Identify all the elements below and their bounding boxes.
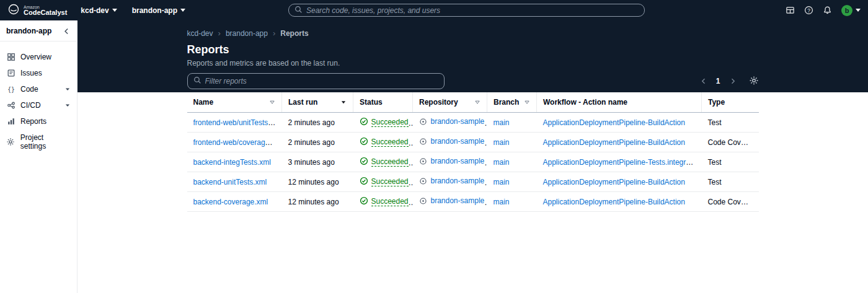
sidebar-divider: [0, 41, 77, 42]
space-menu-label: kcd-dev: [81, 6, 108, 15]
branch-link[interactable]: main: [494, 158, 510, 167]
sidebar-item-overview[interactable]: Overview: [0, 49, 77, 65]
table-row: backend-unitTests.xml 12 minutes ago Suc…: [187, 172, 759, 192]
status-badge[interactable]: Succeeded: [371, 118, 409, 127]
table-settings-gear-icon[interactable]: [749, 76, 759, 87]
cell-status: Succeeded: [353, 133, 413, 152]
breadcrumb-space-link[interactable]: kcd-dev: [187, 29, 213, 38]
cell-status: Succeeded: [353, 113, 413, 133]
svg-text:?: ?: [807, 7, 810, 14]
column-header-repository[interactable]: Repository: [413, 92, 487, 113]
repository-link[interactable]: brandon-sample: [431, 137, 485, 146]
user-menu[interactable]: b: [841, 5, 861, 16]
cell-repository: brandon-sample: [413, 133, 487, 152]
topbar: Amazon CodeCatalyst kcd-dev brandon-app …: [0, 0, 868, 20]
filter-reports-input[interactable]: [205, 77, 438, 85]
repository-link[interactable]: brandon-sample: [431, 177, 485, 185]
svg-text:{}: {}: [7, 86, 15, 93]
repository-link[interactable]: brandon-sample: [431, 196, 485, 205]
sidebar-item-issues[interactable]: Issues: [0, 65, 77, 81]
cell-type: Test: [702, 172, 759, 192]
workflow-action-link[interactable]: ApplicationDeploymentPipeline-BuildActio…: [543, 138, 685, 147]
column-header-last-run[interactable]: Last run: [282, 92, 353, 113]
caret-down-icon: [180, 9, 185, 12]
apps-grid-icon[interactable]: [786, 6, 795, 15]
page-subtitle: Reports and metrics are based on the las…: [187, 59, 759, 68]
caret-down-icon: [856, 9, 861, 12]
pagination-next-button[interactable]: [728, 76, 738, 86]
search-input[interactable]: [306, 6, 639, 15]
report-name-link[interactable]: frontend-web/unitTests.xml: [193, 118, 282, 127]
reports-chart-icon: [6, 117, 16, 126]
cell-workflow: ApplicationDeploymentPipeline-Tests.inte…: [537, 152, 702, 172]
caret-down-icon[interactable]: [64, 102, 71, 108]
sidebar-item-reports[interactable]: Reports: [0, 113, 77, 129]
codecatalyst-logo-icon: [7, 3, 20, 17]
sidebar-header: brandon-app: [0, 20, 77, 41]
sidebar-nav: Overview Issues {} Code: [0, 49, 77, 154]
column-header-name[interactable]: Name: [187, 92, 282, 113]
cell-name: backend-coverage.xml: [187, 192, 282, 212]
breadcrumb-project-link[interactable]: brandon-app: [226, 29, 268, 38]
space-menu[interactable]: kcd-dev: [81, 6, 117, 15]
repository-link[interactable]: brandon-sample: [431, 117, 485, 126]
home-link[interactable]: Amazon CodeCatalyst: [7, 3, 67, 17]
column-header-branch[interactable]: Branch: [487, 92, 537, 113]
bell-icon[interactable]: [823, 6, 832, 15]
cell-repository: brandon-sample: [413, 152, 487, 172]
branch-link[interactable]: main: [494, 178, 510, 186]
status-badge[interactable]: Succeeded: [371, 177, 409, 186]
status-badge[interactable]: Succeeded: [371, 157, 409, 167]
sort-caret-icon: [474, 99, 480, 105]
cell-last-run: 2 minutes ago: [282, 133, 353, 152]
breadcrumb-current: Reports: [280, 29, 308, 38]
brand-line2: CodeCatalyst: [24, 9, 67, 16]
workflow-action-link[interactable]: ApplicationDeploymentPipeline-Tests.inte…: [543, 158, 702, 167]
cell-name: frontend-web/unitTests.xml: [187, 113, 282, 133]
branch-link[interactable]: main: [494, 118, 510, 127]
cell-branch: main: [487, 152, 537, 172]
page-title: Reports: [187, 43, 759, 56]
status-badge[interactable]: Succeeded: [371, 138, 409, 147]
pagination-prev-button[interactable]: [699, 76, 709, 86]
sidebar-item-project-settings[interactable]: Project settings: [0, 129, 77, 154]
sort-caret-icon: [524, 99, 530, 105]
branch-link[interactable]: main: [494, 138, 510, 147]
branch-link[interactable]: main: [494, 198, 510, 206]
cell-workflow: ApplicationDeploymentPipeline-BuildActio…: [537, 133, 702, 152]
workflow-action-link[interactable]: ApplicationDeploymentPipeline-BuildActio…: [543, 178, 685, 186]
column-header-type: Type: [702, 92, 759, 113]
project-menu[interactable]: brandon-app: [132, 6, 185, 15]
gear-icon: [6, 138, 16, 146]
cell-branch: main: [487, 172, 537, 192]
cell-type: Test: [702, 113, 759, 133]
workflow-action-link[interactable]: ApplicationDeploymentPipeline-BuildActio…: [543, 198, 685, 206]
sidebar-item-code[interactable]: {} Code: [0, 81, 77, 97]
report-name-link[interactable]: backend-integTests.xml: [193, 158, 271, 167]
cell-repository: brandon-sample: [413, 172, 487, 192]
caret-down-icon[interactable]: [64, 86, 71, 92]
cell-workflow: ApplicationDeploymentPipeline-BuildActio…: [537, 172, 702, 192]
filter-box: [187, 73, 445, 89]
sidebar-item-cicd[interactable]: CI/CD: [0, 97, 77, 113]
search-icon: [294, 6, 303, 15]
check-circle-icon: [360, 196, 368, 207]
cell-type: Code Coverage: [702, 192, 759, 212]
status-badge[interactable]: Succeeded: [371, 197, 409, 206]
repository-link[interactable]: brandon-sample: [431, 157, 485, 165]
sidebar-collapse-button[interactable]: [63, 27, 71, 35]
report-name-link[interactable]: backend-coverage.xml: [193, 198, 268, 206]
help-icon[interactable]: ?: [804, 6, 813, 15]
workflow-action-link[interactable]: ApplicationDeploymentPipeline-BuildActio…: [543, 118, 685, 127]
repository-icon: [419, 118, 427, 126]
cell-repository: brandon-sample: [413, 192, 487, 212]
report-name-link[interactable]: backend-unitTests.xml: [193, 178, 267, 186]
report-name-link[interactable]: frontend-web/coverage/clov...: [193, 138, 282, 147]
cicd-pipeline-icon: [6, 101, 16, 110]
cell-branch: main: [487, 133, 537, 152]
overview-grid-icon: [6, 53, 16, 61]
repository-icon: [419, 197, 427, 205]
check-circle-icon: [360, 157, 368, 167]
avatar[interactable]: b: [841, 5, 852, 16]
pagination-page-number[interactable]: 1: [714, 77, 723, 85]
